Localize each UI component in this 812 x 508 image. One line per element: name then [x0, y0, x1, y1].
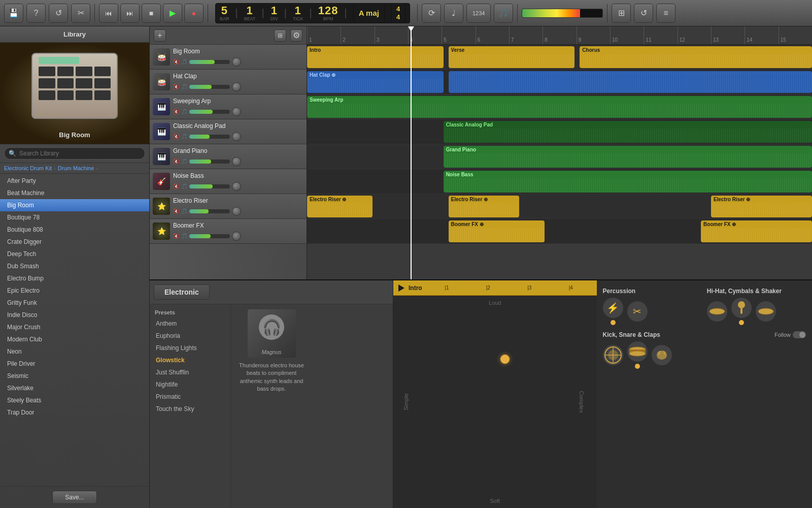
- track-header-big-room[interactable]: 🥁 Big Room 🔇 🎵: [150, 45, 307, 70]
- library-item-seismic[interactable]: Seismic: [0, 370, 149, 382]
- track-header-sweeping-arp[interactable]: 🎹 Sweeping Arp 🔇 🎵: [150, 94, 307, 119]
- library-item-indie-disco[interactable]: Indie Disco: [0, 309, 149, 321]
- track-lane-classic-analog-pad[interactable]: Classic Analog Pad: [307, 119, 812, 144]
- follow-switch[interactable]: [793, 331, 806, 338]
- clip-electro-riser--[interactable]: Electro Riser ⊕: [711, 196, 812, 217]
- track-fader[interactable]: [189, 85, 230, 89]
- add-track-button[interactable]: +: [154, 29, 166, 42]
- track-pan-knob[interactable]: [232, 182, 241, 191]
- drum-pad[interactable]: [76, 67, 92, 76]
- track-fader[interactable]: [189, 110, 230, 114]
- track-pan-knob[interactable]: [232, 57, 241, 67]
- metro-btn[interactable]: 🎵: [494, 4, 513, 23]
- drummer-xy-pad[interactable]: Loud Soft Simple Complex: [393, 296, 597, 508]
- library-item-after-party[interactable]: After Party: [0, 175, 149, 187]
- track-fader[interactable]: [189, 135, 230, 139]
- library-item-silverlake[interactable]: Silverlake: [0, 382, 149, 394]
- editors-btn[interactable]: ↺: [634, 4, 653, 23]
- track-header-noise-bass[interactable]: 🎸 Noise Bass 🔇 🎵: [150, 169, 307, 194]
- preset-item-touch-the-sky[interactable]: Touch the Sky: [150, 403, 230, 415]
- xy-position-dot[interactable]: [500, 355, 510, 364]
- library-item-crate-digger[interactable]: Crate Digger: [0, 236, 149, 248]
- clip-noise-bass[interactable]: Noise Bass: [444, 171, 812, 193]
- clip-intro[interactable]: Intro: [307, 46, 444, 68]
- track-pan-knob[interactable]: [232, 157, 241, 166]
- track-pan-knob[interactable]: [232, 132, 241, 141]
- track-lane-big-room[interactable]: IntroVerseChorus: [307, 45, 812, 70]
- clip-verse[interactable]: Verse: [449, 46, 575, 68]
- clap-kit-item[interactable]: [652, 345, 672, 365]
- track-options-btn[interactable]: ⊞: [274, 29, 286, 42]
- library-item-gritty-funk[interactable]: Gritty Funk: [0, 297, 149, 309]
- track-pan-knob[interactable]: [232, 207, 241, 216]
- clip-grand-piano[interactable]: Grand Piano: [444, 146, 812, 168]
- track-pan-knob[interactable]: [232, 82, 241, 91]
- track-solo-icon[interactable]: 🎵: [181, 134, 187, 139]
- search-input[interactable]: [19, 150, 141, 157]
- track-fader[interactable]: [189, 234, 230, 238]
- save-btn[interactable]: 💾: [4, 4, 23, 23]
- library-item-boutique-78[interactable]: Boutique 78: [0, 211, 149, 224]
- clip-hat-clap--[interactable]: Hat Clap ⊕: [307, 71, 444, 93]
- track-header-grand-piano[interactable]: 🎹 Grand Piano 🔇 🎵: [150, 144, 307, 169]
- track-mute-icon[interactable]: 🔇: [173, 59, 179, 65]
- track-solo-icon[interactable]: 🎵: [181, 158, 187, 164]
- library-item-neon[interactable]: Neon: [0, 345, 149, 358]
- library-item-electro-bump[interactable]: Electro Bump: [0, 272, 149, 284]
- track-fader[interactable]: [189, 209, 230, 213]
- track-lane-hat-clap[interactable]: Hat Clap ⊕: [307, 70, 812, 94]
- track-pan-knob[interactable]: [232, 107, 241, 116]
- cut-btn[interactable]: ✂: [71, 4, 90, 23]
- preset-item-nightlife[interactable]: Nightlife: [150, 378, 230, 391]
- clip-classic-analog-pad[interactable]: Classic Analog Pad: [444, 121, 812, 143]
- clip-[interactable]: [449, 71, 812, 93]
- track-pan-knob[interactable]: [232, 232, 241, 241]
- record-btn[interactable]: ●: [184, 4, 204, 23]
- clip-electro-riser--[interactable]: Electro Riser ⊕: [449, 196, 519, 217]
- preset-item-just-shufflin[interactable]: Just Shufflin: [150, 366, 230, 378]
- preset-item-euphoria[interactable]: Euphoria: [150, 330, 230, 342]
- drum-pad[interactable]: [94, 90, 111, 100]
- track-solo-icon[interactable]: 🎵: [181, 208, 187, 214]
- drum-pad[interactable]: [76, 90, 92, 100]
- library-item-big-room[interactable]: Big Room: [0, 199, 149, 211]
- track-solo-icon[interactable]: 🎵: [181, 183, 187, 189]
- library-item-steely-beats[interactable]: Steely Beats: [0, 394, 149, 406]
- clip-electro-riser--[interactable]: Electro Riser ⊕: [307, 196, 373, 217]
- drum-pad[interactable]: [39, 90, 55, 100]
- filter-btn[interactable]: ⚙: [290, 29, 302, 42]
- preset-item-flashing-lights[interactable]: Flashing Lights: [150, 342, 230, 354]
- breadcrumb-item2[interactable]: Drum Machine: [58, 165, 94, 171]
- track-mute-icon[interactable]: 🔇: [173, 233, 179, 239]
- scissors-kit-item[interactable]: ✂: [627, 301, 648, 322]
- library-item-epic-electro[interactable]: Epic Electro: [0, 284, 149, 297]
- drum-pad[interactable]: [57, 67, 74, 76]
- drum-pad[interactable]: [76, 78, 92, 88]
- track-mute-icon[interactable]: 🔇: [173, 134, 179, 139]
- track-lane-boomer-fx[interactable]: Boomer FX ⊕Boomer FX ⊕: [307, 219, 812, 244]
- key-display[interactable]: A maj: [353, 3, 385, 23]
- track-mute-icon[interactable]: 🔇: [173, 109, 179, 114]
- mixer-btn[interactable]: ≡: [656, 4, 675, 23]
- drum-pad[interactable]: [94, 78, 111, 88]
- cycle-btn[interactable]: ⟳: [422, 4, 441, 23]
- track-mute-icon[interactable]: 🔇: [173, 84, 179, 89]
- track-header-electro-riser[interactable]: ⭐ Electro Riser 🔇 🎵: [150, 194, 307, 219]
- track-fader[interactable]: [189, 60, 230, 64]
- clip-boomer-fx--[interactable]: Boomer FX ⊕: [449, 220, 545, 242]
- shaker-kit-item[interactable]: [731, 298, 752, 325]
- track-solo-icon[interactable]: 🎵: [181, 59, 187, 65]
- playhead[interactable]: [411, 26, 412, 279]
- preset-item-prismatic[interactable]: Prismatic: [150, 391, 230, 403]
- drum-pad[interactable]: [57, 90, 74, 100]
- bassdrum-kit-item[interactable]: [603, 345, 623, 365]
- library-item-major-crush[interactable]: Major Crush: [0, 321, 149, 333]
- pad-play-btn[interactable]: [398, 284, 404, 292]
- library-item-modern-club[interactable]: Modern Club: [0, 333, 149, 345]
- track-header-hat-clap[interactable]: 🥁 Hat Clap 🔇 🎵: [150, 70, 307, 94]
- snaredrum-kit-item[interactable]: [627, 341, 648, 369]
- library-item-boutique-808[interactable]: Boutique 808: [0, 224, 149, 236]
- save-button[interactable]: Save...: [52, 491, 96, 504]
- time-sig-display[interactable]: 4 4: [391, 3, 405, 23]
- track-lane-sweeping-arp[interactable]: Sweeping Arp: [307, 94, 812, 119]
